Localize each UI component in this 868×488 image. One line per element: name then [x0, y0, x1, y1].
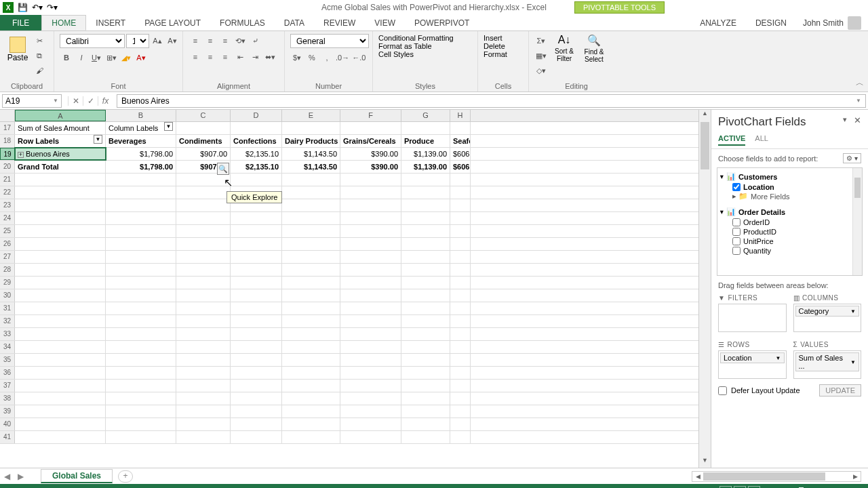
cell[interactable] — [401, 302, 450, 314]
cell[interactable] — [15, 225, 106, 237]
cell[interactable] — [401, 418, 450, 430]
confirm-edit-icon[interactable]: ✓ — [83, 96, 98, 106]
field-location[interactable]: Location▼ — [720, 182, 859, 192]
cell[interactable]: $1,143.50 — [282, 161, 340, 173]
area-filters[interactable] — [718, 304, 787, 332]
cell[interactable] — [15, 341, 106, 353]
cell[interactable] — [282, 212, 340, 224]
column-header-G[interactable]: G — [401, 110, 450, 121]
cell[interactable] — [231, 315, 282, 327]
tab-analyze[interactable]: ANALYZE — [690, 15, 746, 30]
cell[interactable] — [401, 264, 450, 276]
cell[interactable] — [231, 289, 282, 302]
cell[interactable] — [15, 354, 106, 366]
area-columns[interactable]: Category▼ — [793, 304, 862, 332]
cell[interactable]: $606 — [450, 161, 471, 173]
column-header-F[interactable]: F — [340, 110, 401, 121]
cell[interactable] — [401, 251, 450, 263]
cell[interactable] — [231, 418, 282, 430]
cell[interactable] — [176, 174, 231, 186]
cell[interactable] — [231, 431, 282, 443]
pane-tab-active[interactable]: ACTIVE — [718, 134, 745, 146]
cell[interactable] — [282, 174, 340, 186]
cell[interactable]: $1,798.00 — [106, 148, 176, 160]
insert-cells-button[interactable]: Insert — [484, 34, 502, 42]
orientation-icon[interactable]: ⟲▾ — [233, 34, 247, 47]
field-unitprice[interactable]: UnitPrice — [720, 237, 859, 246]
cell[interactable] — [450, 431, 471, 443]
cell[interactable] — [282, 122, 340, 134]
quick-explore-button[interactable]: 🔍 — [217, 163, 229, 175]
cell[interactable] — [450, 315, 471, 327]
cell[interactable]: $390.00 — [340, 161, 401, 173]
cell[interactable] — [231, 174, 282, 186]
row-header[interactable]: 38 — [0, 392, 15, 405]
row-header[interactable]: 32 — [0, 315, 15, 327]
field-quantity[interactable]: Quantity — [720, 246, 859, 256]
cell[interactable]: Seafo — [450, 135, 471, 147]
cell[interactable] — [231, 302, 282, 314]
cell[interactable] — [15, 199, 106, 211]
column-header-A[interactable]: A — [15, 110, 106, 121]
row-header[interactable]: 30 — [0, 289, 15, 302]
cell[interactable] — [401, 277, 450, 289]
row-header[interactable]: 31 — [0, 302, 15, 314]
cell[interactable] — [231, 122, 282, 134]
update-button[interactable]: UPDATE — [819, 384, 861, 396]
cell[interactable] — [15, 277, 106, 289]
scroll-thumb[interactable] — [701, 122, 709, 169]
comma-format-icon[interactable]: , — [320, 51, 334, 64]
row-header[interactable]: 23 — [0, 199, 15, 211]
row-header[interactable]: 21 — [0, 174, 15, 186]
cell[interactable] — [340, 251, 401, 263]
cell[interactable] — [15, 380, 106, 392]
row-header[interactable]: 36 — [0, 367, 15, 379]
delete-cells-button[interactable]: Delete — [484, 42, 505, 50]
cell[interactable] — [340, 238, 401, 250]
fx-icon[interactable]: fx — [98, 96, 113, 106]
cell[interactable] — [106, 212, 176, 224]
autosum-icon[interactable]: Σ▾ — [534, 34, 548, 47]
cell[interactable] — [176, 431, 231, 443]
cell[interactable] — [106, 264, 176, 276]
cell[interactable] — [106, 302, 176, 314]
cell[interactable] — [106, 354, 176, 366]
cell[interactable] — [340, 302, 401, 314]
decrease-indent-icon[interactable]: ⇤ — [233, 50, 247, 64]
cell[interactable] — [401, 431, 450, 443]
cell[interactable] — [106, 367, 176, 379]
tab-view[interactable]: VIEW — [365, 15, 405, 30]
underline-button[interactable]: U▾ — [90, 51, 103, 64]
cell[interactable] — [450, 328, 471, 340]
cell[interactable] — [176, 238, 231, 250]
cell[interactable] — [231, 354, 282, 366]
cell[interactable] — [282, 238, 340, 250]
row-header[interactable]: 22 — [0, 186, 15, 199]
cell[interactable] — [401, 289, 450, 302]
cell[interactable] — [340, 405, 401, 418]
cell[interactable] — [231, 264, 282, 276]
cell[interactable] — [340, 315, 401, 327]
name-box[interactable]: A19 ▼ — [2, 94, 62, 108]
cell[interactable] — [231, 225, 282, 237]
tab-formulas[interactable]: FORMULAS — [210, 15, 275, 30]
cell[interactable] — [231, 367, 282, 379]
cell[interactable] — [176, 199, 231, 211]
cell[interactable]: Beverages — [106, 135, 176, 147]
cell[interactable] — [450, 341, 471, 353]
cell[interactable] — [282, 354, 340, 366]
increase-indent-icon[interactable]: ⇥ — [248, 50, 262, 64]
cell[interactable] — [106, 418, 176, 430]
cell[interactable] — [176, 328, 231, 340]
align-center-icon[interactable]: ≡ — [203, 50, 217, 64]
cell[interactable]: Sum of Sales Amount — [15, 122, 106, 134]
cell[interactable] — [340, 354, 401, 366]
row-header[interactable]: 28 — [0, 264, 15, 276]
cell[interactable] — [176, 289, 231, 302]
cell[interactable] — [282, 251, 340, 263]
cell[interactable] — [450, 418, 471, 430]
row-header[interactable]: 34 — [0, 341, 15, 353]
cell[interactable]: Dairy Products — [282, 135, 340, 147]
tab-page-layout[interactable]: PAGE LAYOUT — [135, 15, 210, 30]
user-account[interactable]: John Smith — [796, 15, 868, 30]
